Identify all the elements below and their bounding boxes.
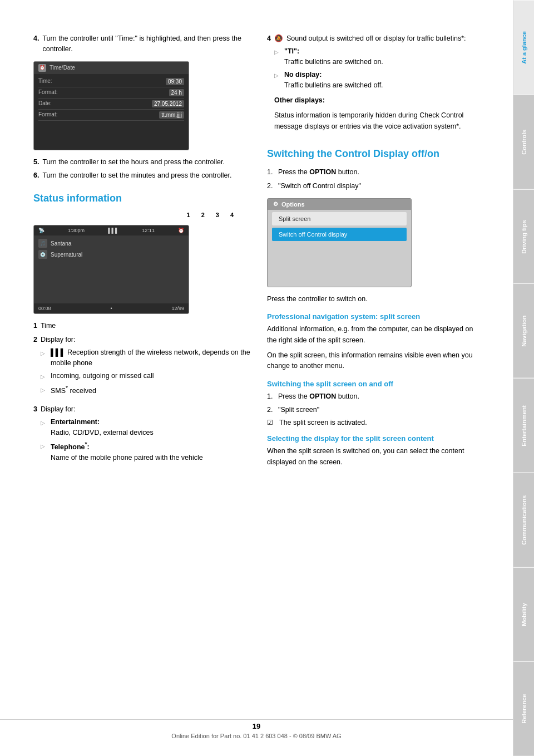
switch-step-2: 2. "Switch off Control display" — [267, 181, 484, 192]
footer-text: Online Edition for Part no. 01 41 2 603 … — [0, 733, 513, 739]
status-item-2-bullets: ▷ ▌▌▌ Reception strength of the wireless… — [41, 347, 250, 396]
other-displays-text: Status information is temporarily hidden… — [274, 110, 484, 132]
sidebar-tab-at-a-glance[interactable]: At a glance — [513, 0, 534, 95]
status-tracknum: 12/99 — [171, 306, 184, 311]
sidebar-tab-mobility[interactable]: Mobility — [513, 567, 534, 662]
split-step-1-num: 1. — [267, 391, 275, 402]
status-clock-icon: ⏰ — [178, 228, 184, 233]
switching-control-display-title: Switching the Control Display off/on — [267, 148, 484, 160]
item-4-num: 4 — [267, 33, 271, 136]
timedate-value-time: 09:30 — [166, 78, 184, 85]
other-displays-title: Other displays: — [274, 95, 484, 106]
bullet-arrow-3: ▷ — [41, 386, 47, 396]
status-duration: 00:08 — [38, 306, 51, 311]
sidebar-tab-driving-tips[interactable]: Driving tips — [513, 189, 534, 284]
split-step-1: 1. Press the OPTION button. — [267, 391, 484, 402]
sidebar: At a glance Controls Driving tips Naviga… — [513, 0, 534, 756]
status-item-2-text: Display for: — [41, 336, 76, 343]
step-6-text: Turn the controller to set the minutes a… — [42, 170, 250, 181]
status-item-3-bullets: ▷ Entertainment:Radio, CD/DVD, external … — [41, 417, 203, 463]
right-column: 4 🔕 Sound output is switched off or disp… — [267, 33, 484, 723]
timedate-screen-icon: ⏰ — [38, 64, 46, 72]
checkmark-icon: ☑ — [267, 419, 276, 426]
status-item-1: 1 Time — [33, 321, 250, 331]
status-item-3: 3 Display for: ▷ Entertainment:Radio, CD… — [33, 404, 250, 468]
profsplit-title: Professional navigation system: split sc… — [267, 312, 484, 321]
split-step-1-text: Press the OPTION button. — [278, 391, 359, 402]
status-clock: 12:11 — [142, 228, 155, 233]
status-music-icon: 🎵 — [38, 239, 47, 248]
selecting-display-text: When the split screen is switched on, yo… — [267, 446, 484, 468]
step-4: 4. Turn the controller until "Time:" is … — [33, 33, 250, 55]
bullet-nodisplay: ▷ No display:Traffic bulletins are switc… — [274, 70, 484, 91]
profsplit-text2: On the split screen, this information re… — [267, 350, 484, 372]
options-split-screen[interactable]: Split screen — [272, 212, 407, 225]
item-4-bullets: ▷ "TI":Traffic bulletins are switched on… — [274, 46, 484, 91]
sidebar-tab-communications[interactable]: Communications — [513, 473, 534, 567]
status-label-4: 4 — [230, 212, 234, 218]
status-screen: 📡 1:30pm ▌▌▌ 12:11 ⏰ 🎵 Santana 💿 — [33, 225, 189, 314]
timedate-row-date: Date: 27.05.2012 — [38, 99, 184, 110]
options-gear-icon: ⚙ — [273, 201, 278, 207]
bullet-reception: ▷ ▌▌▌ Reception strength of the wireless… — [41, 347, 250, 369]
split-screen-switching-title: Switching the split screen on and off — [267, 380, 484, 388]
split-activated: ☑ The split screen is activated. — [267, 419, 484, 426]
bullet-reception-text: ▌▌▌ Reception strength of the wireless n… — [51, 347, 250, 369]
timedate-row-format2: Format: tt.mm.jjjj — [38, 110, 184, 121]
timedate-screen: ⏰ Time/Date Time: 09:30 Format: 24 h Dat… — [33, 61, 189, 150]
status-track2-row: 💿 Supernatural — [38, 250, 184, 259]
switch-step-1: 1. Press the OPTION button. — [267, 167, 484, 178]
timedate-row-format1: Format: 24 h — [38, 87, 184, 99]
left-column: 4. Turn the controller until "Time:" is … — [33, 33, 250, 723]
bullet-arrow-2: ▷ — [41, 372, 47, 381]
bullet-arrow-ti: ▷ — [274, 48, 281, 67]
bullet-arrow-nd: ▷ — [274, 71, 281, 91]
bullet-sms: ▷ SMS* received — [41, 384, 250, 396]
options-switch-off[interactable]: Switch off Control display — [272, 228, 407, 241]
split-step-2-num: 2. — [267, 405, 275, 415]
bullet-telephone: ▷ Telephone*:Name of the mobile phone pa… — [41, 440, 203, 463]
step-5-text: Turn the controller to set the hours and… — [42, 157, 250, 168]
status-track1: Santana — [51, 240, 71, 247]
split-activated-text: The split screen is activated. — [279, 419, 367, 426]
status-signal: ▌▌▌ — [108, 228, 118, 233]
status-track1-row: 🎵 Santana — [38, 239, 184, 248]
step-6: 6. Turn the controller to set the minute… — [33, 170, 250, 181]
press-controller-text: Press the controller to switch on. — [267, 294, 484, 305]
timedate-screen-title: Time/Date — [50, 65, 75, 71]
status-item-3-num: 3 — [33, 404, 37, 468]
page-footer: 19 Online Edition for Part no. 01 41 2 6… — [0, 717, 513, 739]
sidebar-tab-navigation[interactable]: Navigation — [513, 283, 534, 378]
status-track2: Supernatural — [51, 252, 82, 258]
step-4-number: 4. — [33, 33, 39, 55]
step-5-number: 5. — [33, 157, 39, 168]
item-4-text: Sound output is switched off or display … — [286, 33, 466, 44]
timedate-label-format2: Format: — [38, 111, 72, 119]
status-item-2: 2 Display for: ▷ ▌▌▌ Reception strength … — [33, 335, 250, 401]
timedate-label-time: Time: — [38, 78, 72, 85]
status-information-title: Status information — [33, 192, 250, 205]
sidebar-tab-controls[interactable]: Controls — [513, 95, 534, 189]
status-time: 1:30pm — [68, 228, 85, 233]
page-number: 19 — [0, 722, 513, 730]
split-step-2: 2. "Split screen" — [267, 405, 484, 415]
status-label-2: 2 — [201, 212, 205, 218]
status-item-3-text: Display for: — [41, 405, 76, 413]
sidebar-tab-reference[interactable]: Reference — [513, 661, 534, 756]
status-label-1: 1 — [187, 212, 190, 218]
status-label-3: 3 — [216, 212, 219, 218]
status-item-2-num: 2 — [33, 335, 37, 401]
bullet-sms-text: SMS* received — [51, 384, 96, 396]
bullet-ti-text: "TI":Traffic bulletins are switched on. — [284, 46, 383, 67]
sidebar-tab-entertainment[interactable]: Entertainment — [513, 378, 534, 473]
switch-step-1-num: 1. — [267, 167, 275, 178]
status-wifi-icon: 📡 — [38, 228, 44, 233]
profsplit-text1: Additional information, e.g. from the co… — [267, 324, 484, 346]
timedate-rows: Time: 09:30 Format: 24 h Date: 27.05.201… — [34, 74, 189, 123]
bullet-arrow-tel: ▷ — [41, 442, 47, 463]
step-4-text: Turn the controller until "Time:" is hig… — [42, 33, 250, 55]
bullet-incoming: ▷ Incoming, outgoing or missed call — [41, 371, 250, 381]
timedate-label-format1: Format: — [38, 89, 72, 96]
status-top-bar: 📡 1:30pm ▌▌▌ 12:11 ⏰ — [34, 225, 189, 235]
timedate-value-format1: 24 h — [169, 89, 184, 96]
